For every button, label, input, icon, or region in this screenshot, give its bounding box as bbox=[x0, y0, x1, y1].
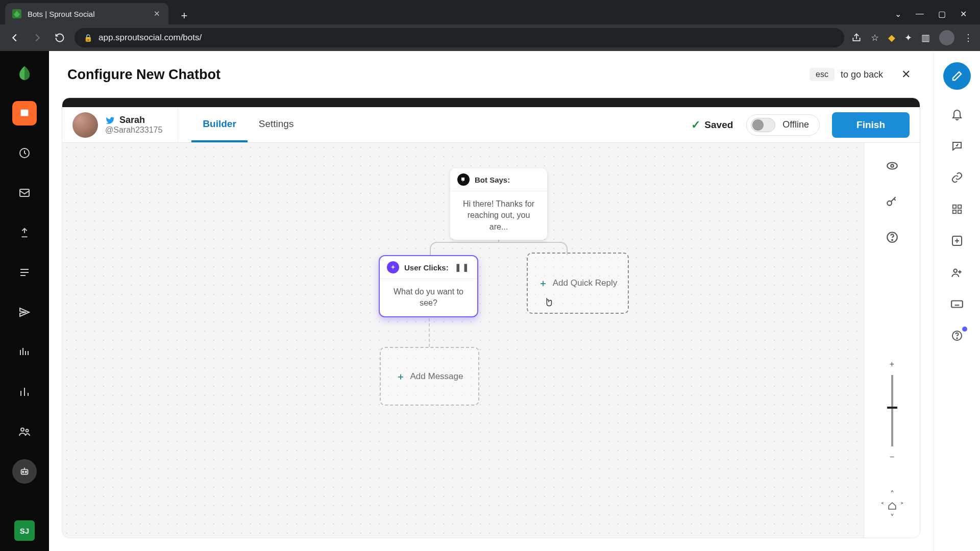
maximize-icon[interactable]: ▢ bbox=[938, 9, 946, 19]
builder-card: Sarah @Sarah233175 Builder Settings ✓ Sa… bbox=[62, 98, 920, 538]
builder-tabs: Builder Settings bbox=[191, 107, 305, 142]
svg-point-9 bbox=[887, 201, 892, 206]
check-icon: ✓ bbox=[691, 118, 700, 132]
svg-rect-18 bbox=[951, 301, 963, 308]
close-page-button[interactable]: ✕ bbox=[897, 66, 915, 83]
card-accent-bar bbox=[62, 98, 920, 107]
tabs-dropdown-icon[interactable]: ⌄ bbox=[895, 9, 901, 19]
browser-tab[interactable]: Bots | Sprout Social ✕ bbox=[5, 3, 168, 24]
svg-point-20 bbox=[957, 338, 958, 339]
new-tab-button[interactable]: + bbox=[176, 7, 193, 24]
svg-point-11 bbox=[892, 240, 893, 241]
nav-item-bots[interactable] bbox=[12, 459, 37, 484]
save-status-label: Saved bbox=[704, 119, 733, 131]
help-icon[interactable] bbox=[885, 230, 900, 245]
team-rail-icon[interactable] bbox=[950, 265, 964, 280]
zoom-in-icon[interactable]: + bbox=[890, 360, 894, 369]
toggle-label: Offline bbox=[782, 119, 809, 130]
svg-rect-1 bbox=[20, 189, 29, 196]
preview-icon[interactable] bbox=[885, 158, 900, 173]
pan-down-icon[interactable]: ˅ bbox=[890, 513, 894, 522]
user-clicks-node[interactable]: User Clicks: ❚❚ What do yu want to see? bbox=[379, 255, 478, 317]
extensions-icon[interactable]: ✦ bbox=[904, 32, 912, 43]
online-toggle[interactable]: Offline bbox=[746, 114, 820, 136]
pan-home-icon[interactable] bbox=[888, 502, 897, 511]
nav-item-tasks[interactable] bbox=[12, 260, 37, 285]
go-back-hint: to go back bbox=[841, 69, 883, 80]
nav-item-inbox[interactable] bbox=[12, 181, 37, 205]
add-message-label: Add Message bbox=[410, 371, 463, 382]
messages-rail-icon[interactable] bbox=[950, 139, 964, 153]
bookmark-star-icon[interactable]: ☆ bbox=[871, 32, 879, 43]
nav-item-dashboard[interactable] bbox=[12, 141, 37, 165]
left-nav-rail: SJ bbox=[0, 51, 49, 551]
plus-icon: ＋ bbox=[538, 277, 548, 289]
nav-item-publishing[interactable] bbox=[12, 101, 37, 126]
forward-button[interactable] bbox=[30, 30, 45, 45]
flow-canvas[interactable]: Bot Says: Hi there! Thanks for reaching … bbox=[62, 143, 920, 538]
reload-button[interactable] bbox=[52, 30, 67, 45]
user-click-icon bbox=[387, 261, 399, 273]
bot-says-node[interactable]: Bot Says: Hi there! Thanks for reaching … bbox=[450, 168, 547, 240]
connected-profile[interactable]: Sarah @Sarah233175 bbox=[72, 107, 178, 142]
plus-icon: ＋ bbox=[396, 370, 405, 383]
add-message-button[interactable]: ＋ Add Message bbox=[380, 347, 479, 406]
sprout-logo-icon[interactable] bbox=[12, 61, 37, 86]
apps-grid-icon[interactable] bbox=[950, 202, 964, 216]
zoom-control[interactable]: + − bbox=[890, 360, 894, 462]
kebab-menu-icon[interactable]: ⋮ bbox=[964, 32, 973, 43]
key-icon[interactable] bbox=[885, 194, 900, 209]
link-rail-icon[interactable] bbox=[950, 170, 964, 185]
lock-icon: 🔒 bbox=[84, 34, 92, 42]
minimize-icon[interactable]: ― bbox=[916, 9, 924, 18]
tab-builder[interactable]: Builder bbox=[191, 107, 247, 142]
address-bar: 🔒 app.sproutsocial.com/bots/ ☆ ◆ ✦ ▥ ⋮ bbox=[0, 24, 980, 51]
connector-line bbox=[429, 318, 430, 347]
support-rail-icon[interactable] bbox=[950, 329, 964, 343]
pause-icon[interactable]: ❚❚ bbox=[455, 263, 470, 272]
add-quick-reply-button[interactable]: ＋ Add Quick Reply bbox=[527, 253, 629, 314]
share-icon[interactable] bbox=[851, 33, 862, 43]
url-text: app.sproutsocial.com/bots/ bbox=[99, 33, 202, 43]
zoom-slider[interactable] bbox=[891, 375, 893, 446]
close-tab-icon[interactable]: ✕ bbox=[152, 9, 161, 18]
sprout-favicon bbox=[12, 9, 21, 18]
twitter-icon bbox=[105, 115, 115, 126]
keyboard-rail-icon[interactable] bbox=[950, 297, 964, 311]
svg-point-2 bbox=[21, 428, 24, 431]
toggle-switch[interactable] bbox=[751, 118, 775, 132]
tab-settings[interactable]: Settings bbox=[248, 107, 305, 142]
notifications-icon[interactable] bbox=[950, 107, 964, 121]
finish-button[interactable]: Finish bbox=[832, 112, 910, 138]
svg-point-8 bbox=[891, 164, 893, 167]
tab-strip: Bots | Sprout Social ✕ + ⌄ ― ▢ ✕ bbox=[0, 0, 980, 24]
sidepanel-icon[interactable]: ▥ bbox=[921, 32, 930, 43]
nav-item-send[interactable] bbox=[12, 300, 37, 324]
user-clicks-text: What do yu want to see? bbox=[380, 279, 477, 316]
save-status: ✓ Saved bbox=[691, 118, 733, 132]
nav-item-listening[interactable] bbox=[12, 340, 37, 364]
pan-right-icon[interactable]: ˃ bbox=[900, 501, 904, 511]
pan-up-icon[interactable]: ˄ bbox=[890, 489, 894, 499]
window-controls: ⌄ ― ▢ ✕ bbox=[881, 3, 980, 24]
close-window-icon[interactable]: ✕ bbox=[960, 9, 967, 19]
svg-point-7 bbox=[887, 163, 897, 169]
profile-avatar bbox=[72, 112, 98, 138]
url-field[interactable]: 🔒 app.sproutsocial.com/bots/ bbox=[75, 28, 844, 47]
nav-item-reports[interactable] bbox=[12, 380, 37, 404]
card-header: Sarah @Sarah233175 Builder Settings ✓ Sa… bbox=[62, 107, 920, 143]
pan-left-icon[interactable]: ˂ bbox=[880, 501, 885, 511]
nav-item-people[interactable] bbox=[12, 419, 37, 444]
compose-button[interactable] bbox=[943, 62, 971, 90]
add-rail-icon[interactable] bbox=[950, 234, 964, 248]
back-button[interactable] bbox=[7, 30, 22, 45]
extensions-update-icon[interactable]: ◆ bbox=[888, 32, 895, 43]
user-avatar-badge[interactable]: SJ bbox=[14, 520, 35, 541]
bot-says-label: Bot Says: bbox=[475, 176, 510, 184]
profile-avatar-icon[interactable] bbox=[939, 30, 954, 45]
add-quick-reply-label: Add Quick Reply bbox=[553, 278, 618, 288]
pan-control: ˄ ˂ ˃ ˅ bbox=[880, 489, 904, 522]
zoom-out-icon[interactable]: − bbox=[890, 453, 894, 462]
nav-item-feeds[interactable] bbox=[12, 220, 37, 245]
browser-chrome: Bots | Sprout Social ✕ + ⌄ ― ▢ ✕ 🔒 app.s… bbox=[0, 0, 980, 51]
